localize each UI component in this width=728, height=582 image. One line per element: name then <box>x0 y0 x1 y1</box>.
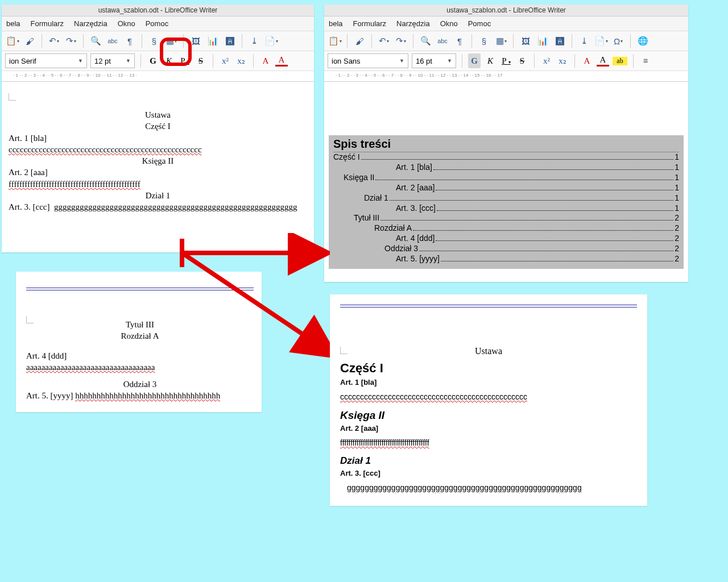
main-toolbar: 📋 🖌 ↶ ↷ 🔍 abc ¶ § ▦ 🖼 📊 🅰 ⤓ 📄 <box>2 31 314 51</box>
insert-image-icon[interactable]: 🖼 <box>188 34 203 48</box>
font-color-button[interactable]: A <box>275 55 288 66</box>
globe-icon[interactable]: 🌐 <box>635 34 650 48</box>
strike-button[interactable]: S <box>195 56 207 66</box>
bold-button[interactable]: G <box>147 56 159 66</box>
paragraph-numbering-icon[interactable]: § <box>147 34 162 48</box>
toc-entry: Księga II1 <box>333 173 679 183</box>
format-brush-icon[interactable]: 🖌 <box>22 34 37 48</box>
header-rule-2 <box>340 305 637 307</box>
undo-icon[interactable]: ↶ <box>47 34 61 48</box>
page-break-icon[interactable]: ⤓ <box>247 34 262 48</box>
doc2-ccc: cccccccccccccccccccccccccccccccccccccccc… <box>340 392 637 401</box>
menu-formularz-2[interactable]: Formularz <box>353 19 387 28</box>
table-icon-2[interactable]: ▦ <box>494 34 508 48</box>
underline-button[interactable]: P ▾ <box>179 56 191 66</box>
sup-button-2[interactable]: x² <box>540 56 553 66</box>
frag-art4: Art. 4 [ddd] <box>26 350 254 361</box>
frag-oddzial: Oddział 3 <box>26 379 254 390</box>
superscript-button[interactable]: x² <box>219 56 231 66</box>
subscript-button[interactable]: x₂ <box>235 56 247 66</box>
menu-okno-2[interactable]: Okno <box>440 19 458 28</box>
pilcrow-icon-2[interactable]: ¶ <box>452 34 467 48</box>
formatted-document: Ustawa Część I Art. 1 [bla] cccccccccccc… <box>330 294 647 506</box>
insert-textbox-icon[interactable]: 🅰 <box>222 34 237 48</box>
highlight-button[interactable]: ab <box>613 57 627 65</box>
clear-format-button[interactable]: A <box>259 56 272 66</box>
toc-entry: Art. 4 [ddd]2 <box>333 234 679 244</box>
insert-field-icon[interactable]: 📄 <box>264 34 279 48</box>
textbox-icon-2[interactable]: 🅰 <box>552 34 567 48</box>
paste-icon-2[interactable]: 📋 <box>328 34 342 48</box>
doc2-art3: Art. 3. [ccc] <box>340 469 637 477</box>
menu-pomoc[interactable]: Pomoc <box>146 19 168 28</box>
para-icon-2[interactable]: § <box>477 34 491 48</box>
font-name-combo-2[interactable]: ion Sans▼ <box>328 53 408 68</box>
ruler-2: · 1 · · 2 · · 3 · · 4 · · 5 · · 6 · · 7 … <box>324 71 688 82</box>
find-icon[interactable]: 🔍 <box>88 34 103 48</box>
menu-narzedzia[interactable]: Narzędzia <box>74 19 107 28</box>
format-toolbar-2: ion Sans▼ 16 pt▼ G K P ▾ S x² x₂ A A ab … <box>324 51 688 71</box>
image-icon-2[interactable]: 🖼 <box>518 34 533 48</box>
doc-line-ustawa: Ustawa <box>9 109 307 120</box>
menu-pomoc-2[interactable]: Pomoc <box>468 19 491 28</box>
strike-button-2[interactable]: S <box>516 56 528 66</box>
toc-entry: Art. 2 [aaa]1 <box>333 183 679 193</box>
paste-icon[interactable]: 📋 <box>5 34 20 48</box>
doc2-fff: ffffffffffffffffffffffffffffffffffffffff… <box>340 438 637 447</box>
doc-art2: Art. 2 [aaa] <box>9 167 307 178</box>
font-size-value: 12 pt <box>94 57 111 65</box>
doc-fff: ffffffffffffffffffffffffffffffffffffffff… <box>9 178 307 190</box>
document-page[interactable]: Ustawa Część I Art. 1 [bla] cccccccccccc… <box>2 82 314 252</box>
pgbrk-icon-2[interactable]: ⤓ <box>577 34 592 48</box>
font-name-value: ion Serif <box>9 57 36 65</box>
menubar-2: bela Formularz Narzędzia Okno Pomoc <box>324 16 688 31</box>
frag-art5-row: Art. 5. [yyyy] hhhhhhhhhhhhhhhhhhhhhhhhh… <box>26 390 254 401</box>
font-color-button-2[interactable]: A <box>597 55 609 66</box>
menu-tabela[interactable]: bela <box>6 19 20 28</box>
spell-icon-2[interactable]: abc <box>435 34 450 48</box>
format-toolbar: ion Serif▼ 12 pt▼ G K P ▾ S x² x₂ A A <box>2 51 314 71</box>
spellcheck-icon[interactable]: abc <box>105 34 120 48</box>
insert-chart-icon[interactable]: 📊 <box>205 34 220 48</box>
toc-entry: Tytuł III2 <box>333 213 679 223</box>
clear-format-button-2[interactable]: A <box>581 56 593 66</box>
ruler: · 1 · · 2 · · 3 · · 4 · · 5 · · 6 · · 7 … <box>2 71 314 82</box>
chart-icon-2[interactable]: 📊 <box>535 34 550 48</box>
toc-title: Spis treści <box>333 138 679 152</box>
sub-button-2[interactable]: x₂ <box>556 56 569 66</box>
omega-icon[interactable]: Ω <box>611 34 626 48</box>
pilcrow-icon[interactable]: ¶ <box>122 34 137 48</box>
field-icon-2[interactable]: 📄 <box>594 34 609 48</box>
doc2-art2: Art. 2 [aaa] <box>340 424 637 433</box>
font-name-combo[interactable]: ion Serif▼ <box>5 53 87 68</box>
font-size-combo[interactable]: 12 pt▼ <box>90 53 135 68</box>
italic-button[interactable]: K <box>163 56 175 66</box>
menu-tabela-2[interactable]: bela <box>329 19 343 28</box>
header-rule <box>26 288 254 290</box>
font-size-combo-2[interactable]: 16 pt▼ <box>412 53 456 68</box>
undo-icon-2[interactable]: ↶ <box>377 34 391 48</box>
document-page-2[interactable]: Spis treści Część I1Art. 1 [bla]1Księga … <box>324 82 688 282</box>
redo-icon-2[interactable]: ↷ <box>394 34 408 48</box>
frag-aaa: aaaaaaaaaaaaaaaaaaaaaaaaaaaaaaaaaa <box>26 361 254 373</box>
redo-icon[interactable]: ↷ <box>64 34 78 48</box>
underline-button-2[interactable]: P ▾ <box>500 56 512 66</box>
find-icon-2[interactable]: 🔍 <box>418 34 433 48</box>
doc2-ggg: gggggggggggggggggggggggggggggggggggggggg… <box>347 483 637 492</box>
toc-entry: Art. 5. [yyyy]2 <box>333 254 679 264</box>
toc-entry: Art. 1 [bla]1 <box>333 163 679 173</box>
italic-button-2[interactable]: K <box>484 56 497 66</box>
insert-table-icon[interactable]: ▦ <box>164 34 179 48</box>
frag-tytul: Tytuł III <box>26 319 254 330</box>
toc-entry: Oddział 32 <box>333 244 679 254</box>
align-button[interactable]: ≡ <box>639 56 652 66</box>
doc2-ksiega: Księga II <box>340 409 637 422</box>
window-title: ustawa_szablon.odt - LibreOffice Writer <box>2 5 314 16</box>
menu-narzedzia-2[interactable]: Narzędzia <box>396 19 430 28</box>
doc-ccc: cccccccccccccccccccccccccccccccccccccccc… <box>9 144 307 155</box>
menu-formularz[interactable]: Formularz <box>31 19 64 28</box>
brush-icon-2[interactable]: 🖌 <box>352 34 367 48</box>
doc2-dzial: Dział 1 <box>340 455 637 467</box>
menu-okno[interactable]: Okno <box>118 19 135 28</box>
bold-button-2[interactable]: G <box>468 53 481 68</box>
